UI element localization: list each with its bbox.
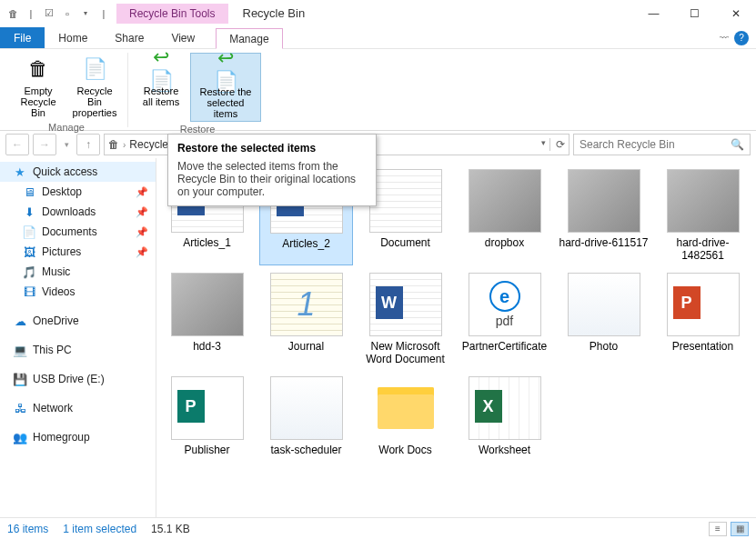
tab-manage[interactable]: Manage bbox=[216, 28, 282, 49]
navigation-pane: ★ Quick access 🖥Desktop📌 ⬇Downloads📌 📄Do… bbox=[0, 158, 156, 517]
tab-home[interactable]: Home bbox=[45, 27, 101, 48]
group-label-restore: Restore bbox=[180, 122, 216, 135]
body: ★ Quick access 🖥Desktop📌 ⬇Downloads📌 📄Do… bbox=[0, 158, 756, 517]
sidebar-quick-access[interactable]: ★ Quick access bbox=[0, 162, 156, 182]
pin-icon: 📌 bbox=[136, 246, 148, 258]
restore-all-button[interactable]: ↩📄 Restore all items bbox=[134, 53, 188, 122]
quick-access-label: Quick access bbox=[33, 165, 97, 178]
tooltip-body: Move the selected items from the Recycle… bbox=[177, 160, 367, 198]
sidebar-desktop[interactable]: 🖥Desktop📌 bbox=[0, 182, 156, 202]
file-item[interactable]: PPresentation bbox=[656, 269, 750, 369]
sidebar-pictures[interactable]: 🖼Pictures📌 bbox=[0, 242, 156, 262]
chevron-right-icon: › bbox=[123, 140, 126, 150]
file-item[interactable]: WNew Microsoft Word Document bbox=[358, 269, 452, 369]
music-icon: 🎵 bbox=[22, 265, 36, 279]
qat-separator: | bbox=[96, 6, 111, 21]
homegroup-label: Homegroup bbox=[33, 431, 90, 444]
sidebar-downloads[interactable]: ⬇Downloads📌 bbox=[0, 202, 156, 222]
up-button[interactable]: ↑ bbox=[76, 134, 100, 155]
network-icon: 🖧 bbox=[13, 401, 27, 415]
qat-separator: | bbox=[24, 6, 38, 21]
ribbon: 🗑 Empty Recycle Bin 📄 Recycle Bin proper… bbox=[0, 49, 756, 131]
file-name: Work Docs bbox=[378, 444, 431, 456]
file-item[interactable]: hard-drive-611517 bbox=[557, 165, 650, 265]
pin-icon: 📌 bbox=[136, 226, 148, 238]
back-button[interactable]: ← bbox=[5, 134, 29, 155]
maximize-button[interactable]: ☐ bbox=[674, 0, 715, 27]
music-label: Music bbox=[42, 265, 70, 278]
restore-selected-label: Restore the selected items bbox=[195, 86, 257, 119]
pin-icon: 📌 bbox=[136, 186, 148, 198]
sidebar-this-pc[interactable]: 💻This PC bbox=[0, 340, 156, 360]
restore-selected-button[interactable]: ↩📄 Restore the selected items bbox=[190, 53, 261, 122]
file-item[interactable]: hard-drive-1482561 bbox=[656, 165, 750, 265]
usb-icon: 💾 bbox=[13, 372, 27, 386]
ribbon-tabs: File Home Share View Manage 〰 ? bbox=[0, 27, 756, 49]
pictures-label: Pictures bbox=[42, 245, 81, 258]
trash-icon: 🗑 bbox=[24, 55, 53, 84]
sidebar-music[interactable]: 🎵Music bbox=[0, 262, 156, 282]
file-name: Worksheet bbox=[479, 444, 530, 456]
file-name: task-scheduler bbox=[270, 444, 341, 456]
contextual-tab-label: Recycle Bin Tools bbox=[116, 4, 228, 24]
file-item[interactable]: Work Docs bbox=[358, 373, 452, 460]
homegroup-icon: 👥 bbox=[13, 430, 27, 444]
tooltip-title: Restore the selected items bbox=[177, 142, 367, 155]
recycle-bin-path-icon: 🗑 bbox=[108, 138, 119, 151]
qat-dropdown-icon[interactable]: ▾ bbox=[78, 6, 93, 21]
properties-icon: 📄 bbox=[80, 55, 109, 84]
file-name: hard-drive-611517 bbox=[559, 236, 648, 249]
qat-separator: ▫ bbox=[60, 6, 75, 21]
sidebar-homegroup[interactable]: 👥Homegroup bbox=[0, 427, 156, 447]
sidebar-network[interactable]: 🖧Network bbox=[0, 398, 156, 418]
file-name: New Microsoft Word Document bbox=[360, 340, 450, 365]
history-dropdown-icon[interactable]: ▾ bbox=[541, 138, 546, 151]
documents-label: Documents bbox=[42, 225, 97, 238]
recycle-bin-properties-button[interactable]: 📄 Recycle Bin properties bbox=[67, 53, 122, 120]
empty-label: Empty Recycle Bin bbox=[15, 85, 62, 118]
file-item[interactable]: hdd-3 bbox=[160, 269, 254, 369]
file-item[interactable]: epdfPartnerCertificate bbox=[458, 269, 551, 369]
ribbon-collapse-icon[interactable]: 〰 bbox=[720, 33, 729, 43]
minimize-button[interactable]: — bbox=[633, 0, 674, 27]
window-controls: — ☐ ✕ bbox=[633, 0, 756, 27]
path-segment[interactable]: Recycle bbox=[129, 138, 168, 151]
this-pc-label: This PC bbox=[33, 344, 72, 356]
desktop-icon: 🖥 bbox=[22, 185, 36, 199]
file-name: hdd-3 bbox=[193, 340, 221, 353]
onedrive-icon: ☁ bbox=[13, 314, 27, 328]
onedrive-label: OneDrive bbox=[33, 314, 79, 327]
file-item[interactable]: XWorksheet bbox=[458, 373, 551, 460]
file-item[interactable]: Photo bbox=[557, 269, 650, 369]
file-item[interactable]: PPublisher bbox=[160, 373, 254, 460]
file-list[interactable]: WArticles_1WArticles_2Documentdropboxhar… bbox=[156, 158, 756, 517]
properties-qat-icon[interactable]: ☑ bbox=[42, 6, 56, 21]
quick-access-toolbar: 🗑 | ☑ ▫ ▾ | bbox=[0, 6, 116, 21]
documents-icon: 📄 bbox=[22, 225, 36, 239]
icons-view-icon[interactable]: ▦ bbox=[731, 522, 749, 536]
ribbon-group-restore: ↩📄 Restore all items ↩📄 Restore the sele… bbox=[128, 53, 267, 127]
file-item[interactable]: task-scheduler bbox=[259, 373, 353, 460]
close-button[interactable]: ✕ bbox=[715, 0, 756, 27]
pc-icon: 💻 bbox=[13, 343, 27, 357]
refresh-icon[interactable]: ⟳ bbox=[549, 138, 565, 151]
search-input[interactable] bbox=[580, 138, 707, 151]
sidebar-onedrive[interactable]: ☁OneDrive bbox=[0, 311, 156, 331]
file-item[interactable]: 1Journal bbox=[259, 269, 353, 369]
file-item[interactable]: dropbox bbox=[458, 165, 551, 265]
search-box[interactable]: 🔍 bbox=[573, 134, 751, 155]
file-name: Presentation bbox=[672, 340, 733, 353]
restore-selected-icon: ↩📄 bbox=[211, 55, 240, 85]
sidebar-videos[interactable]: 🎞Videos bbox=[0, 282, 156, 302]
sidebar-usb[interactable]: 💾USB Drive (E:) bbox=[0, 369, 156, 389]
properties-label: Recycle Bin properties bbox=[71, 85, 118, 118]
titlebar: 🗑 | ☑ ▫ ▾ | Recycle Bin Tools Recycle Bi… bbox=[0, 0, 756, 27]
empty-recycle-bin-button[interactable]: 🗑 Empty Recycle Bin bbox=[11, 53, 66, 120]
search-icon[interactable]: 🔍 bbox=[731, 138, 744, 151]
help-icon[interactable]: ? bbox=[734, 31, 749, 45]
sidebar-documents[interactable]: 📄Documents📌 bbox=[0, 222, 156, 242]
tab-file[interactable]: File bbox=[0, 27, 45, 48]
recent-locations-button[interactable]: ▾ bbox=[60, 134, 73, 155]
forward-button[interactable]: → bbox=[33, 134, 56, 155]
details-view-icon[interactable]: ≡ bbox=[709, 522, 727, 536]
